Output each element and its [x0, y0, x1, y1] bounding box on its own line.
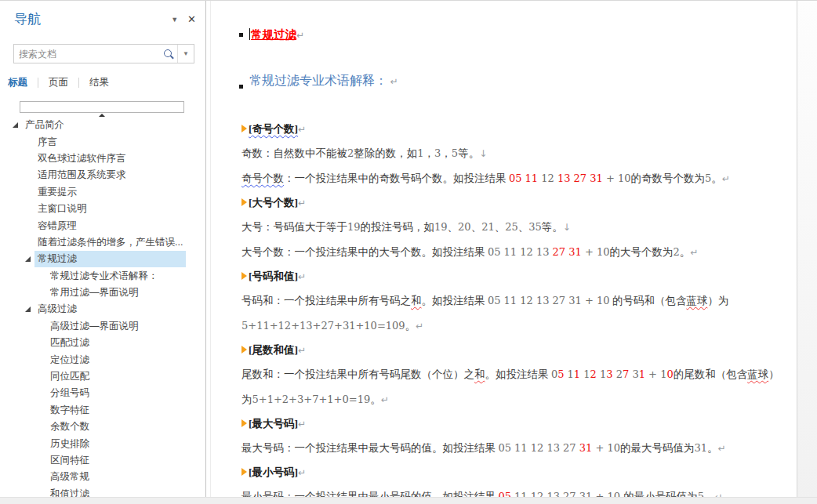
tree-item[interactable]: 常规过滤 — [0, 251, 186, 267]
pane-menu-dropdown-icon[interactable]: ▼ — [171, 16, 178, 24]
text-run: ↵ — [390, 76, 398, 87]
text-run: 05 11 12 13 — [488, 246, 553, 258]
text-run: ：一个投注结果中的奇数号码个数。如投注结果 — [284, 172, 509, 184]
doc-subheading-line: [最小号码]↵ — [241, 461, 790, 484]
tree-item[interactable]: 高级过滤—界面说明 — [0, 318, 186, 335]
document-page[interactable]: 常规过滤↵常规过滤专业术语解释： ↵[奇号个数]↵奇数：自然数中不能被2整除的数… — [241, 1, 790, 504]
tree-item[interactable]: 同位匹配 — [0, 368, 186, 385]
text-run: 整除的数，如 — [354, 147, 417, 159]
text-run: 、 — [448, 221, 459, 233]
text-run: 。如投注结果 — [422, 295, 488, 306]
tree-item[interactable]: 产品简介 — [0, 117, 186, 133]
search-input[interactable] — [14, 49, 162, 60]
expand-arrow-icon[interactable] — [241, 468, 247, 476]
text-run: 21 — [481, 221, 495, 233]
search-dropdown-icon[interactable]: ▼ — [177, 45, 194, 63]
doc-heading1-line: 常规过滤↵ — [249, 27, 790, 43]
text-run: ）为 — [707, 295, 728, 306]
expanded-triangle-icon[interactable] — [13, 122, 18, 128]
text-run: 1 — [574, 368, 580, 380]
expand-arrow-icon[interactable] — [241, 419, 247, 427]
tree-item-label: 常规过滤 — [34, 251, 186, 267]
text-run: 35 — [528, 221, 542, 233]
text-run: ↵ — [416, 321, 423, 332]
text-run: ↓ — [563, 222, 571, 233]
text-run: ） — [768, 368, 779, 380]
text-run: ↵ — [298, 271, 306, 282]
expand-arrow-icon[interactable] — [241, 272, 247, 280]
expand-arrow-icon[interactable] — [241, 346, 247, 354]
tree-item[interactable]: 历史排除 — [0, 435, 186, 451]
expand-arrow-icon[interactable] — [241, 198, 247, 206]
expand-arrow-icon[interactable] — [241, 125, 247, 132]
text-run: ↵ — [690, 247, 698, 258]
expanded-triangle-icon[interactable] — [25, 256, 31, 262]
text-run: 的大号个数为 — [610, 246, 674, 258]
tree-item[interactable]: 适用范围及系统要求 — [0, 167, 186, 183]
tree-item[interactable]: 数字特征 — [0, 402, 186, 419]
text-run: 5 — [452, 147, 458, 159]
tree-item-label: 双色球过滤软件序言 — [34, 150, 186, 167]
doc-heading2-line: 常规过滤专业术语解释： ↵ — [249, 71, 790, 91]
close-icon[interactable]: ✕ — [187, 13, 196, 25]
doc-subheading-line: [大号个数]↵ — [241, 191, 790, 215]
tab-pages[interactable]: 页面 — [47, 76, 70, 89]
tree-item-label: 容错原理 — [34, 218, 186, 234]
tree-item[interactable]: 余数个数 — [0, 419, 186, 435]
tree-item[interactable]: 常规过滤专业术语解释： — [0, 268, 186, 285]
text-run: 和 — [411, 295, 422, 306]
text-run: 1 — [639, 368, 645, 380]
tree-item-label: 定位过滤 — [47, 352, 186, 368]
tab-separator — [38, 78, 38, 88]
text-run: ↵ — [298, 345, 306, 356]
tree-item[interactable]: 重要提示 — [0, 184, 186, 201]
text-run: ， — [424, 147, 435, 159]
tree-item[interactable]: 匹配过滤 — [0, 335, 186, 351]
doc-paragraph-line: 最大号码：一个投注结果中最大号码的值。如投注结果 05 11 12 13 27 … — [241, 436, 790, 461]
tree-item[interactable]: 高级常规 — [0, 469, 186, 485]
search-icon[interactable] — [164, 49, 172, 57]
text-run: 0 — [551, 368, 557, 380]
text-run: 为 — [241, 393, 252, 405]
tree-item-label: 高级过滤 — [34, 301, 186, 317]
text-run: [最大号码] — [249, 418, 298, 430]
tree-item[interactable]: 主窗口说明 — [0, 201, 186, 217]
tab-results[interactable]: 结果 — [88, 76, 111, 89]
tree-item[interactable]: 容错原理 — [0, 217, 186, 234]
tree-item[interactable]: 区间特征 — [0, 452, 186, 469]
doc-paragraph-line: 大号个数：一个投注结果中的大号个数。如投注结果 05 11 12 13 27 3… — [241, 240, 790, 265]
tree-item-label: 高级过滤—界面说明 — [47, 318, 186, 335]
nav-tabs: 标题 页面 结果 — [6, 76, 111, 89]
tree-item[interactable]: 序言 — [0, 133, 186, 150]
text-run: 号码和：一个投注结果中所有号码之 — [241, 295, 411, 306]
text-run: 25 — [505, 221, 518, 233]
text-run: ↵ — [298, 467, 306, 478]
bottom-window-band — [0, 497, 817, 504]
text-run: 27 31 — [553, 246, 582, 258]
text-run: 20 — [458, 221, 471, 233]
text-run: 5+11+12+13+27+31+10=109 — [241, 320, 405, 332]
doc-paragraph-line: 尾数和：一个投注结果中所有号码尾数（个位）之和。如投注结果 05 11 12 1… — [241, 362, 790, 387]
tree-item[interactable]: 定位过滤 — [0, 351, 186, 368]
tree-item-label: 分组号码 — [47, 385, 186, 401]
expand-collapse-slot — [20, 306, 34, 312]
text-run: 常规过滤专业术语解释： — [249, 74, 387, 87]
jump-to-top-button[interactable] — [20, 101, 184, 113]
tree-item[interactable]: 常用过滤—界面说明 — [0, 285, 186, 301]
text-run: ↵ — [298, 124, 306, 135]
tree-item[interactable]: 双色球过滤软件序言 — [0, 150, 186, 167]
text-run: 等。 — [542, 221, 563, 233]
text-run: ↵ — [298, 419, 306, 430]
text-run: 等。 — [458, 147, 479, 159]
tree-item[interactable]: 随着过滤条件的增多，产生错误... — [0, 234, 186, 251]
tree-item[interactable]: 分组号码 — [0, 385, 186, 401]
scrollbar-track[interactable] — [797, 1, 817, 504]
tab-headings[interactable]: 标题 — [6, 76, 29, 89]
outline-bullet-icon — [239, 33, 243, 37]
expanded-triangle-icon[interactable] — [25, 306, 31, 312]
tree-item-label: 余数个数 — [47, 419, 186, 435]
text-run: 奇号个数 — [241, 172, 284, 184]
text-run: 2 — [590, 368, 597, 380]
text-run: 0 — [666, 368, 673, 380]
tree-item[interactable]: 高级过滤 — [0, 301, 186, 317]
